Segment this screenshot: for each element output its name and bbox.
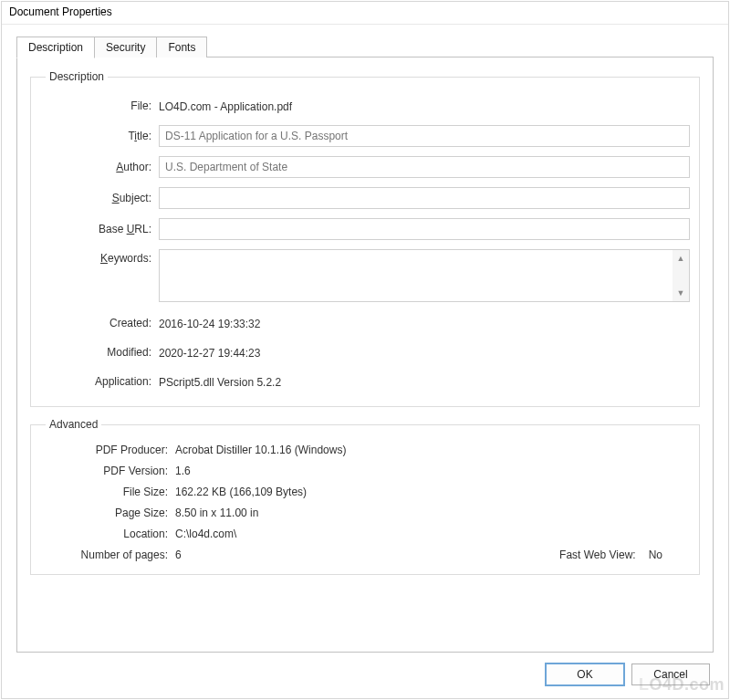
button-bar: OK Cancel [2,653,728,698]
tab-fonts[interactable]: Fonts [156,37,207,57]
row-modified: Modified: 2020-12-27 19:44:23 [40,342,690,362]
advanced-legend: Advanced [46,418,101,431]
title-input[interactable] [159,125,690,147]
row-title: Title: [40,125,690,147]
keywords-input[interactable] [160,250,673,301]
scroll-up-icon[interactable]: ▲ [673,250,689,266]
row-subject: Subject: [40,187,690,209]
baseurl-input[interactable] [159,218,690,240]
value-location: C:\lo4d.com\ [175,528,690,540]
value-created: 2016-10-24 19:33:32 [159,316,690,330]
value-pages: 6 [175,549,182,561]
label-modified: Modified: [40,346,159,359]
value-file: LO4D.com - Application.pdf [159,99,690,113]
subject-input[interactable] [159,187,690,209]
value-filesize: 162.22 KB (166,109 Bytes) [175,486,690,498]
ok-button[interactable]: OK [546,663,624,685]
tab-security[interactable]: Security [94,37,157,57]
cancel-button[interactable]: Cancel [631,663,710,685]
label-subject: Subject: [40,192,159,204]
row-author: Author: [40,156,690,178]
label-producer: PDF Producer: [40,444,175,456]
label-location: Location: [40,528,175,540]
value-producer: Acrobat Distiller 10.1.16 (Windows) [175,444,690,456]
scroll-down-icon[interactable]: ▼ [673,285,689,301]
label-filesize: File Size: [40,486,175,498]
description-group: Description File: LO4D.com - Application… [30,70,700,407]
value-application: PScript5.dll Version 5.2.2 [159,374,690,389]
tab-strip: Description Security Fonts [16,36,714,57]
label-created: Created: [40,317,159,329]
author-input[interactable] [159,156,690,178]
description-legend: Description [46,70,108,83]
dialog-window: Document Properties Description Security… [1,1,729,699]
window-title: Document Properties [2,2,728,25]
content-area: Description Security Fonts Description F… [2,25,728,653]
keywords-wrap: ▲ ▼ [159,249,690,302]
label-title: Title: [40,130,159,142]
label-version: PDF Version: [40,465,175,477]
row-keywords: Keywords: ▲ ▼ [40,249,690,302]
label-keywords: Keywords: [40,249,159,265]
label-author: Author: [40,161,159,173]
row-created: Created: 2016-10-24 19:33:32 [40,313,690,333]
label-fastweb: Fast Web View: [559,549,649,561]
tab-description[interactable]: Description [16,37,95,58]
advanced-group: Advanced PDF Producer: Acrobat Distiller… [30,418,700,575]
label-pagesize: Page Size: [40,507,175,519]
value-pagesize: 8.50 in x 11.00 in [175,507,690,519]
row-baseurl: Base URL: [40,218,690,240]
value-modified: 2020-12-27 19:44:23 [159,345,690,360]
tab-panel-description: Description File: LO4D.com - Application… [16,57,714,653]
label-application: Application: [40,375,159,388]
value-fastweb: No [649,549,662,561]
label-baseurl: Base URL: [40,223,159,235]
value-version: 1.6 [175,465,690,477]
row-pages-fastweb: Number of pages: 6 Fast Web View: No [40,549,690,561]
advanced-grid: PDF Producer: Acrobat Distiller 10.1.16 … [40,444,690,561]
label-file: File: [40,99,159,112]
row-file: File: LO4D.com - Application.pdf [40,96,690,116]
label-pages: Number of pages: [40,549,175,561]
keywords-scroll: ▲ ▼ [673,250,689,301]
row-application: Application: PScript5.dll Version 5.2.2 [40,371,690,392]
